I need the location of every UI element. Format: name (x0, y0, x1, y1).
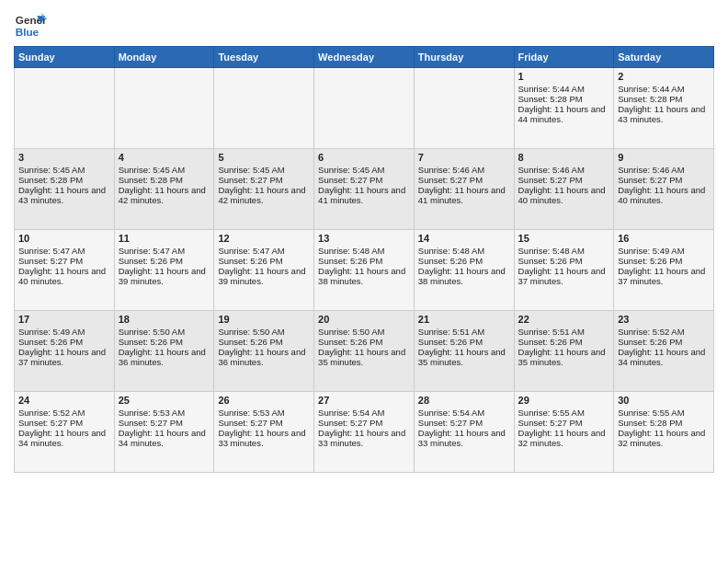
cell-text: Daylight: 11 hours and 40 minutes. (618, 185, 710, 205)
day-number: 7 (418, 152, 510, 163)
cell-text: Sunset: 5:26 PM (318, 256, 410, 266)
day-number: 2 (618, 71, 710, 82)
cell-text: Sunrise: 5:53 AM (218, 408, 310, 418)
calendar-cell (314, 68, 415, 149)
calendar-cell: 1Sunrise: 5:44 AMSunset: 5:28 PMDaylight… (514, 68, 614, 149)
day-number: 16 (618, 233, 710, 244)
cell-text: Sunrise: 5:49 AM (618, 246, 710, 256)
svg-text:Blue: Blue (16, 26, 40, 38)
day-number: 12 (218, 233, 310, 244)
cell-text: Sunset: 5:26 PM (18, 337, 110, 347)
calendar-cell: 4Sunrise: 5:45 AMSunset: 5:28 PMDaylight… (114, 149, 214, 230)
calendar-cell (114, 68, 214, 149)
day-number: 14 (418, 233, 510, 244)
cell-text: Daylight: 11 hours and 33 minutes. (318, 428, 410, 448)
cell-text: Sunrise: 5:48 AM (318, 246, 410, 256)
cell-text: Sunrise: 5:45 AM (119, 165, 210, 175)
logo: General Blue (14, 9, 47, 42)
day-number: 10 (18, 233, 110, 244)
cell-text: Daylight: 11 hours and 37 minutes. (618, 266, 710, 286)
cell-text: Sunrise: 5:55 AM (518, 408, 610, 418)
calendar-cell: 15Sunrise: 5:48 AMSunset: 5:26 PMDayligh… (514, 230, 614, 311)
cell-text: Daylight: 11 hours and 35 minutes. (318, 347, 410, 367)
cell-text: Sunrise: 5:47 AM (218, 246, 310, 256)
day-number: 11 (119, 233, 210, 244)
cell-text: Daylight: 11 hours and 42 minutes. (119, 185, 210, 205)
cell-text: Sunrise: 5:45 AM (318, 165, 410, 175)
cell-text: Sunrise: 5:50 AM (218, 327, 310, 337)
cell-text: Sunset: 5:27 PM (18, 256, 110, 266)
day-number: 6 (318, 152, 410, 163)
day-number: 22 (518, 314, 610, 325)
day-number: 30 (618, 395, 710, 406)
cell-text: Daylight: 11 hours and 34 minutes. (18, 428, 110, 448)
cell-text: Sunrise: 5:45 AM (18, 165, 110, 175)
day-number: 15 (518, 233, 610, 244)
cell-text: Daylight: 11 hours and 41 minutes. (318, 185, 410, 205)
calendar-cell: 22Sunrise: 5:51 AMSunset: 5:26 PMDayligh… (514, 311, 614, 392)
cell-text: Sunrise: 5:46 AM (418, 165, 510, 175)
calendar-cell: 25Sunrise: 5:53 AMSunset: 5:27 PMDayligh… (114, 392, 214, 473)
cell-text: Sunrise: 5:51 AM (518, 327, 610, 337)
cell-text: Sunrise: 5:55 AM (618, 408, 710, 418)
cell-text: Daylight: 11 hours and 36 minutes. (119, 347, 210, 367)
calendar-cell: 20Sunrise: 5:50 AMSunset: 5:26 PMDayligh… (314, 311, 415, 392)
day-number: 18 (119, 314, 210, 325)
cell-text: Sunset: 5:27 PM (518, 175, 610, 185)
calendar-cell: 2Sunrise: 5:44 AMSunset: 5:28 PMDaylight… (614, 68, 714, 149)
day-number: 21 (418, 314, 510, 325)
cell-text: Daylight: 11 hours and 39 minutes. (119, 266, 210, 286)
cell-text: Daylight: 11 hours and 38 minutes. (418, 266, 510, 286)
cell-text: Sunset: 5:27 PM (518, 418, 610, 428)
cell-text: Sunset: 5:27 PM (318, 418, 410, 428)
calendar-cell: 16Sunrise: 5:49 AMSunset: 5:26 PMDayligh… (614, 230, 714, 311)
col-header-sunday: Sunday (15, 47, 115, 68)
calendar-cell: 17Sunrise: 5:49 AMSunset: 5:26 PMDayligh… (15, 311, 115, 392)
calendar-cell: 26Sunrise: 5:53 AMSunset: 5:27 PMDayligh… (214, 392, 314, 473)
day-number: 20 (318, 314, 410, 325)
cell-text: Sunset: 5:28 PM (618, 94, 710, 104)
cell-text: Daylight: 11 hours and 44 minutes. (518, 104, 610, 124)
cell-text: Sunrise: 5:46 AM (518, 165, 610, 175)
cell-text: Daylight: 11 hours and 40 minutes. (18, 266, 110, 286)
cell-text: Sunrise: 5:52 AM (618, 327, 710, 337)
cell-text: Sunrise: 5:49 AM (18, 327, 110, 337)
cell-text: Sunset: 5:27 PM (18, 418, 110, 428)
cell-text: Sunrise: 5:47 AM (18, 246, 110, 256)
cell-text: Sunset: 5:26 PM (218, 337, 310, 347)
col-header-thursday: Thursday (414, 47, 514, 68)
calendar-cell: 28Sunrise: 5:54 AMSunset: 5:27 PMDayligh… (414, 392, 514, 473)
day-number: 26 (218, 395, 310, 406)
cell-text: Sunset: 5:26 PM (418, 256, 510, 266)
col-header-wednesday: Wednesday (314, 47, 415, 68)
calendar-cell: 12Sunrise: 5:47 AMSunset: 5:26 PMDayligh… (214, 230, 314, 311)
cell-text: Sunrise: 5:44 AM (618, 84, 710, 94)
calendar-cell: 14Sunrise: 5:48 AMSunset: 5:26 PMDayligh… (414, 230, 514, 311)
cell-text: Daylight: 11 hours and 43 minutes. (618, 104, 710, 124)
cell-text: Daylight: 11 hours and 36 minutes. (218, 347, 310, 367)
cell-text: Daylight: 11 hours and 37 minutes. (18, 347, 110, 367)
cell-text: Sunrise: 5:52 AM (18, 408, 110, 418)
day-number: 9 (618, 152, 710, 163)
day-number: 27 (318, 395, 410, 406)
calendar-cell: 21Sunrise: 5:51 AMSunset: 5:26 PMDayligh… (414, 311, 514, 392)
day-number: 8 (518, 152, 610, 163)
cell-text: Sunrise: 5:44 AM (518, 84, 610, 94)
cell-text: Daylight: 11 hours and 43 minutes. (18, 185, 110, 205)
cell-text: Sunset: 5:27 PM (418, 175, 510, 185)
cell-text: Daylight: 11 hours and 42 minutes. (218, 185, 310, 205)
cell-text: Daylight: 11 hours and 40 minutes. (518, 185, 610, 205)
day-number: 1 (518, 71, 610, 82)
col-header-tuesday: Tuesday (214, 47, 314, 68)
col-header-friday: Friday (514, 47, 614, 68)
cell-text: Daylight: 11 hours and 33 minutes. (218, 428, 310, 448)
cell-text: Sunrise: 5:50 AM (318, 327, 410, 337)
col-header-monday: Monday (114, 47, 214, 68)
calendar-cell: 3Sunrise: 5:45 AMSunset: 5:28 PMDaylight… (15, 149, 115, 230)
cell-text: Sunset: 5:26 PM (618, 337, 710, 347)
day-number: 17 (18, 314, 110, 325)
cell-text: Sunrise: 5:50 AM (119, 327, 210, 337)
day-number: 19 (218, 314, 310, 325)
day-number: 23 (618, 314, 710, 325)
cell-text: Sunset: 5:28 PM (119, 175, 210, 185)
